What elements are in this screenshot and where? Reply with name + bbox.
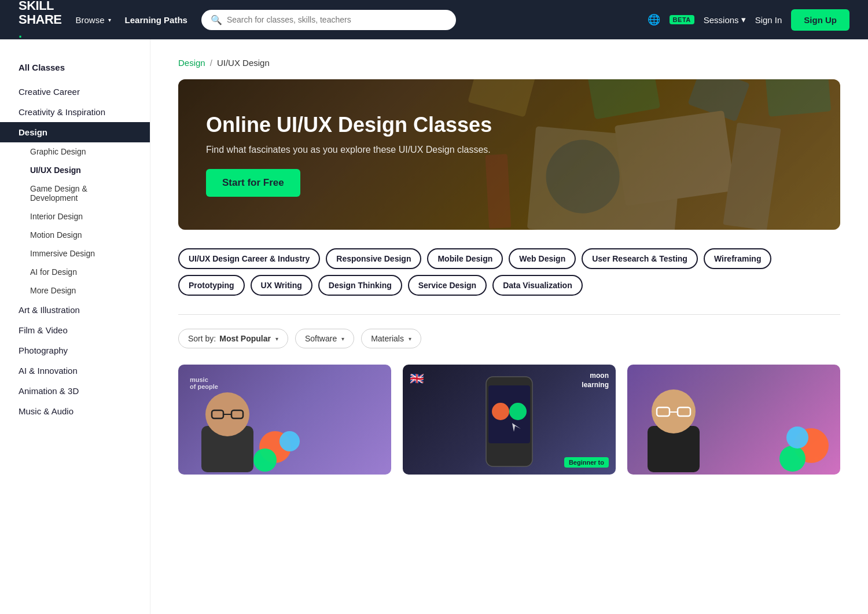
breadcrumb-separator: /	[210, 58, 212, 68]
sign-in-button[interactable]: Sign In	[755, 15, 782, 25]
breadcrumb-current: UI/UX Design	[217, 58, 270, 68]
sort-chevron-icon: ▾	[275, 336, 278, 342]
hero-title: Online UI/UX Design Classes	[206, 112, 812, 137]
sidebar-item-creativity[interactable]: Creativity & Inspiration	[0, 102, 150, 122]
card3-person	[636, 377, 711, 475]
breadcrumb: Design / UI/UX Design	[178, 58, 840, 68]
search-bar[interactable]: 🔍	[201, 10, 456, 30]
filter-tag-web[interactable]: Web Design	[509, 248, 576, 269]
sidebar-item-animation-3d[interactable]: Animation & 3D	[0, 381, 150, 401]
software-chevron-icon: ▾	[341, 336, 344, 342]
hero-cta-button[interactable]: Start for Free	[206, 169, 300, 197]
card2-phone	[480, 374, 538, 475]
browse-nav[interactable]: Browse ▾	[76, 15, 111, 25]
globe-icon[interactable]: 🌐	[648, 13, 660, 26]
card1-person	[190, 377, 265, 475]
header: SKILL SHARE. Browse ▾ Learning Paths 🔍 🌐…	[0, 0, 868, 39]
sidebar-sub-ui-ux-design[interactable]: UI/UX Design	[0, 161, 150, 179]
sidebar-item-art-illustration[interactable]: Art & Illustration	[0, 300, 150, 320]
materials-filter[interactable]: Materials ▾	[361, 329, 421, 348]
filter-tag-mobile[interactable]: Mobile Design	[427, 248, 503, 269]
header-right: 🌐 BETA Sessions ▾ Sign In Sign Up	[648, 9, 849, 31]
hero-overlay: Online UI/UX Design Classes Find what fa…	[178, 79, 840, 230]
card1-text: musicof people	[190, 376, 218, 390]
sidebar-sub-motion-design[interactable]: Motion Design	[0, 226, 150, 244]
card2-phone-svg	[480, 374, 538, 472]
sidebar-all-classes[interactable]: All Classes	[0, 58, 150, 77]
sidebar-item-music-audio[interactable]: Music & Audio	[0, 401, 150, 421]
svg-point-16	[492, 403, 509, 420]
filter-tag-wireframing[interactable]: Wireframing	[704, 248, 772, 269]
learning-paths-nav[interactable]: Learning Paths	[125, 15, 187, 25]
search-icon: 🔍	[211, 14, 222, 25]
card3-shape-green	[779, 446, 806, 472]
filter-tag-design-thinking[interactable]: Design Thinking	[318, 275, 402, 296]
sidebar-sub-interior-design[interactable]: Interior Design	[0, 207, 150, 226]
sessions-button[interactable]: Sessions ▾	[704, 14, 746, 25]
card2-brand: moonlearning	[582, 372, 609, 389]
course-cards-grid: musicof people 🇬🇧 moonlearning	[178, 365, 840, 475]
beta-badge: BETA	[670, 15, 694, 24]
sort-bar: Sort by: Most Popular ▾ Software ▾ Mater…	[178, 329, 840, 348]
logo[interactable]: SKILL SHARE.	[19, 0, 62, 41]
course-card-2[interactable]: 🇬🇧 moonlearning Beginner to	[403, 365, 616, 475]
sidebar-item-design[interactable]: Design	[0, 122, 150, 142]
breadcrumb-parent[interactable]: Design	[178, 58, 205, 68]
svg-point-17	[509, 403, 527, 420]
filter-tag-service-design[interactable]: Service Design	[408, 275, 487, 296]
software-filter[interactable]: Software ▾	[295, 329, 354, 348]
card1-shape-blue	[279, 431, 300, 451]
filter-tag-ux-writing[interactable]: UX Writing	[251, 275, 312, 296]
course-card-3[interactable]	[627, 365, 840, 475]
sidebar-sub-graphic-design[interactable]: Graphic Design	[0, 142, 150, 161]
card1-person-svg	[190, 377, 265, 472]
card3-shape-blue	[786, 427, 808, 448]
sidebar-sub-game-design[interactable]: Game Design & Development	[0, 179, 150, 207]
filter-tag-ui-ux-career[interactable]: UI/UX Design Career & Industry	[178, 248, 320, 269]
sidebar-sub-ai-for-design[interactable]: AI for Design	[0, 263, 150, 281]
sessions-chevron-icon: ▾	[741, 14, 746, 25]
materials-chevron-icon: ▾	[409, 336, 411, 342]
card2-badge: Beginner to	[564, 457, 609, 468]
sign-up-button[interactable]: Sign Up	[791, 9, 849, 31]
hero-subtitle: Find what fascinates you as you explore …	[206, 145, 812, 155]
filter-tag-data-viz[interactable]: Data Visualization	[492, 275, 583, 296]
filter-tag-prototyping[interactable]: Prototyping	[178, 275, 245, 296]
sidebar-item-creative-career[interactable]: Creative Career	[0, 82, 150, 102]
sidebar-item-photography[interactable]: Photography	[0, 340, 150, 361]
search-input[interactable]	[227, 15, 447, 24]
filter-tag-user-research[interactable]: User Research & Testing	[582, 248, 698, 269]
section-divider	[178, 314, 840, 315]
hero-banner: Online UI/UX Design Classes Find what fa…	[178, 79, 840, 230]
sidebar-sub-more-design[interactable]: More Design	[0, 281, 150, 300]
card2-flag: 🇬🇧	[410, 372, 424, 385]
sidebar-item-film-video[interactable]: Film & Video	[0, 320, 150, 340]
sidebar-sub-immersive-design[interactable]: Immersive Design	[0, 244, 150, 263]
sidebar: All Classes Creative Career Creativity &…	[0, 39, 150, 614]
filter-tags: UI/UX Design Career & Industry Responsiv…	[178, 248, 840, 296]
card3-person-svg	[636, 377, 711, 472]
course-card-1[interactable]: musicof people	[178, 365, 391, 475]
sort-by-select[interactable]: Sort by: Most Popular ▾	[178, 329, 288, 348]
page-body: All Classes Creative Career Creativity &…	[0, 39, 868, 614]
browse-chevron-icon: ▾	[108, 17, 111, 23]
sidebar-item-ai-innovation[interactable]: AI & Innovation	[0, 361, 150, 381]
main-content: Design / UI/UX Design Online UI/UX Desig…	[150, 39, 868, 614]
filter-tag-responsive[interactable]: Responsive Design	[326, 248, 421, 269]
